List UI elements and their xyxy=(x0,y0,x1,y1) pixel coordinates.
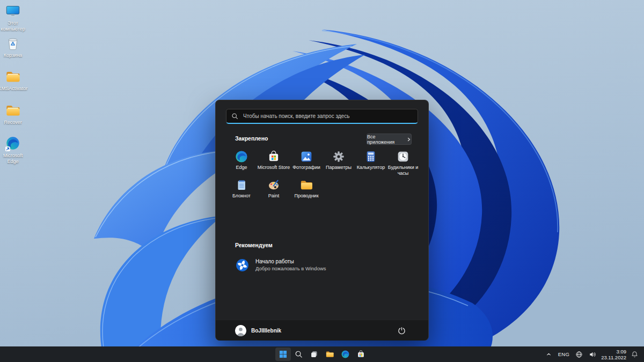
recommended-item-get-started[interactable]: Начало работы Добро пожаловать в Windows xyxy=(232,256,415,274)
pinned-app-settings[interactable]: Параметры xyxy=(321,150,356,178)
start-search-box[interactable] xyxy=(226,109,418,124)
photos-icon xyxy=(299,150,313,164)
pinned-app-edge[interactable]: Edge xyxy=(224,150,259,178)
recommended-item-title: Начало работы xyxy=(255,258,326,264)
pinned-app-label: Проводник xyxy=(294,193,318,199)
get-started-icon xyxy=(235,258,250,272)
recommended-section-title: Рекомендуем xyxy=(235,242,273,248)
user-name: BoJIIIIebnik xyxy=(251,328,281,334)
taskbar-search-button[interactable] xyxy=(291,348,306,361)
desktop-icon-label: Корзина xyxy=(4,53,22,58)
pinned-section-title: Закреплено xyxy=(235,135,268,142)
pinned-app-label: Фотографии xyxy=(292,165,320,171)
edge-icon xyxy=(235,150,248,164)
file-explorer-icon xyxy=(299,178,313,192)
system-tray: ENG 3:09 23.11.2022 xyxy=(544,346,644,362)
clock-date: 23.11.2022 xyxy=(601,354,626,360)
desktop-icon-label: Recover xyxy=(4,120,22,125)
chevron-right-icon xyxy=(407,137,411,142)
user-avatar xyxy=(235,325,246,336)
chevron-up-icon xyxy=(545,351,552,358)
search-icon xyxy=(295,350,303,358)
paint-icon xyxy=(267,178,281,192)
settings-gear-icon xyxy=(332,150,346,164)
notification-center-button[interactable] xyxy=(630,349,639,360)
desktop-icon-microsoft-edge[interactable]: Microsoft Edge xyxy=(0,136,28,165)
start-menu: Закреплено Все приложения Edge Microsoft… xyxy=(215,100,429,341)
this-pc-icon xyxy=(5,3,21,19)
task-view-icon xyxy=(310,350,318,358)
microsoft-store-icon xyxy=(267,150,281,164)
start-button[interactable] xyxy=(275,348,291,361)
pinned-app-label: Будильники и часы xyxy=(385,165,421,176)
search-icon xyxy=(231,113,238,120)
folder-icon xyxy=(5,69,21,85)
folder-icon xyxy=(5,102,21,119)
all-apps-button[interactable]: Все приложения xyxy=(367,134,412,145)
desktop-icon-label: Этот компьютер xyxy=(0,20,28,32)
taskbar-center-group xyxy=(275,346,369,362)
desktop-icon-kmsactivator[interactable]: KMSActivator xyxy=(0,69,28,92)
desktop-icon-recycle-bin[interactable]: Корзина xyxy=(0,35,28,58)
desktop-icon-label: Microsoft Edge xyxy=(0,153,28,165)
notification-bell-icon xyxy=(631,351,638,358)
edge-button[interactable] xyxy=(338,348,353,361)
pinned-app-label: Параметры xyxy=(326,165,352,171)
pinned-app-label: Edge xyxy=(236,165,247,171)
taskbar: ENG 3:09 23.11.2022 xyxy=(0,346,644,362)
pinned-app-label: Paint xyxy=(268,193,280,199)
clock-time: 3:09 xyxy=(601,349,626,354)
language-label: ENG xyxy=(558,351,570,357)
notepad-icon xyxy=(235,178,248,192)
desktop-icon-recover[interactable]: Recover xyxy=(0,102,28,125)
pinned-app-file-explorer[interactable]: Проводник xyxy=(289,178,324,206)
pinned-app-label: Блокнот xyxy=(232,193,251,199)
pinned-app-label: Калькулятор xyxy=(357,165,385,171)
recommended-item-subtitle: Добро пожаловать в Windows xyxy=(255,265,326,271)
language-indicator[interactable]: ENG xyxy=(557,349,571,360)
file-explorer-button[interactable] xyxy=(322,348,338,361)
network-globe-icon xyxy=(575,351,583,358)
tray-overflow-button[interactable] xyxy=(544,349,553,360)
alarms-clock-icon xyxy=(396,150,410,164)
recycle-bin-icon xyxy=(5,35,21,51)
pinned-app-paint[interactable]: Paint xyxy=(256,178,291,206)
pinned-app-calculator[interactable]: Калькулятор xyxy=(353,150,389,178)
desktop-icon-label: KMSActivator xyxy=(0,86,27,92)
file-explorer-icon xyxy=(325,350,334,359)
pinned-app-microsoft-store[interactable]: Microsoft Store xyxy=(256,150,291,178)
network-indicator[interactable] xyxy=(574,349,584,360)
windows-logo-icon xyxy=(279,350,287,358)
microsoft-store-button[interactable] xyxy=(353,348,369,361)
desktop-icon-this-pc[interactable]: Этот компьютер xyxy=(0,3,28,32)
volume-icon xyxy=(589,351,596,358)
all-apps-label: Все приложения xyxy=(367,134,404,145)
search-input[interactable] xyxy=(242,113,413,120)
power-button[interactable] xyxy=(394,323,409,337)
edge-icon xyxy=(341,350,350,359)
pinned-app-photos[interactable]: Фотографии xyxy=(289,150,324,178)
pinned-app-label: Microsoft Store xyxy=(258,165,290,171)
volume-indicator[interactable] xyxy=(588,349,597,360)
clock[interactable]: 3:09 23.11.2022 xyxy=(601,349,626,360)
pinned-app-notepad[interactable]: Блокнот xyxy=(224,178,259,206)
power-icon xyxy=(398,327,406,335)
start-menu-user-bar: BoJIIIIebnik xyxy=(216,320,428,341)
calculator-icon xyxy=(364,150,378,164)
edge-icon xyxy=(5,136,21,152)
task-view-button[interactable] xyxy=(306,348,322,361)
pinned-app-alarms-clock[interactable]: Будильники и часы xyxy=(385,150,421,178)
user-profile-button[interactable]: BoJIIIIebnik xyxy=(235,325,281,336)
microsoft-store-icon xyxy=(356,350,365,359)
